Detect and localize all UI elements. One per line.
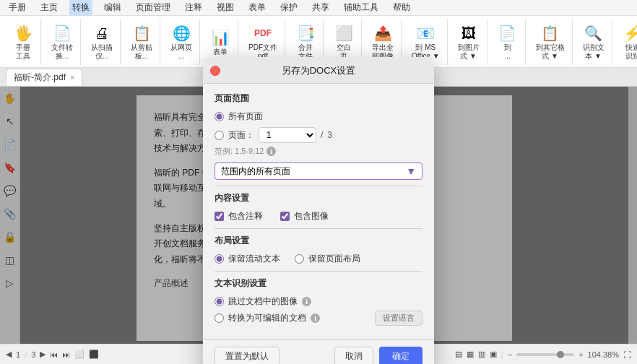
modal-close-button[interactable]	[210, 66, 220, 76]
ribbon-btn-to-office[interactable]: 📧 到 MSOffice ▼	[409, 22, 443, 62]
to-image-icon: 🖼	[459, 23, 479, 43]
view-icon-1[interactable]: ⬜	[74, 350, 84, 359]
hint-icon[interactable]: ℹ	[266, 147, 276, 156]
menu-item-form[interactable]: 表单	[246, 0, 269, 15]
convert-editable-label: 转换为可编辑的文档	[228, 312, 306, 324]
manual-icon: 🖐	[13, 23, 33, 43]
view-mode-2[interactable]: ▦	[467, 350, 474, 359]
menu-item-help[interactable]: 帮助	[390, 0, 413, 15]
view-mode-1[interactable]: ▤	[455, 350, 462, 359]
tab-close-button[interactable]: ×	[70, 73, 74, 82]
menu-item-assist[interactable]: 辅助工具	[341, 0, 381, 15]
include-images-label: 包含图像	[294, 210, 329, 222]
ribbon-btn-export-img[interactable]: 📤 导出全部图像	[369, 22, 396, 62]
skip-images-label: 跳过文档中的图像	[228, 295, 298, 308]
view-mode-3[interactable]: ▥	[478, 350, 485, 359]
clipboard-label: 从剪贴板...	[131, 43, 152, 61]
ribbon-btn-manual[interactable]: 🖐 手册工具	[10, 22, 36, 62]
flow-text-radio[interactable]	[214, 254, 224, 264]
page-number-input[interactable]: 1 2 3	[259, 127, 316, 143]
ribbon-btn-clipboard[interactable]: 📋 从剪贴板...	[128, 22, 155, 62]
custom-pages-radio[interactable]	[214, 131, 224, 140]
to-image-label: 到图片式 ▼	[458, 43, 480, 61]
ocr-icon: 🔍	[584, 23, 604, 43]
page-total: 3	[31, 350, 35, 359]
skip-images-info-icon[interactable]: ℹ	[302, 297, 311, 306]
page-range-title: 页面范围	[214, 92, 422, 105]
include-comments-checkbox[interactable]	[214, 212, 224, 221]
page-total: 3	[327, 130, 332, 140]
ribbon-btn-to-other[interactable]: 📄 到...	[495, 22, 521, 62]
layout-options: 保留流动文本 保留页面布局	[214, 253, 422, 265]
ribbon-btn-scan[interactable]: 🖨 从扫描仪...	[88, 22, 116, 62]
zoom-out-button[interactable]: −	[508, 350, 512, 359]
ribbon-group-manual: 🖐 手册工具	[6, 19, 41, 65]
content-title: 内容设置	[214, 192, 422, 204]
flow-text-row: 保留流动文本	[214, 253, 280, 265]
pdf-icon: PDF	[253, 23, 273, 43]
all-pages-radio[interactable]	[214, 112, 224, 121]
menu-item-handbook[interactable]: 手册	[6, 0, 29, 15]
ribbon-group-ocr: 🔍 识别文本 ▼	[576, 19, 612, 65]
manual-label: 手册工具	[16, 43, 30, 61]
zoom-in-button[interactable]: +	[578, 350, 583, 359]
ribbon-group-quick-ocr: ⚡ 快速识别	[615, 19, 637, 65]
ribbon-btn-web[interactable]: 🌐 从网页...	[168, 22, 195, 62]
all-pages-label: 所有页面	[228, 110, 263, 123]
ribbon-group-to-image: 🖼 到图片式 ▼	[451, 19, 488, 65]
convert-editable-info-icon[interactable]: ℹ	[311, 313, 320, 323]
menu-item-convert[interactable]: 转换	[69, 0, 92, 15]
ribbon-group-to-format: 📋 到其它格式 ▼	[529, 19, 573, 65]
view-mode-4[interactable]: ▣	[490, 350, 497, 359]
main-area: ✋ ↖ 📄 🔖 💬 📎 🔒 ◫ ▷ 福昕具有完全自主产 色、显示、编辑、搜 索、…	[0, 87, 637, 344]
menu-item-page-manage[interactable]: 页面管理	[133, 0, 173, 15]
save-as-docx-dialog: 另存为DOCX设置 页面范围 所有页面 页面： 1 2	[203, 57, 434, 364]
web-icon: 🌐	[171, 23, 191, 43]
fullscreen-button[interactable]: ⛶	[623, 350, 631, 359]
form-icon: 📊	[210, 27, 230, 48]
ribbon-btn-ocr[interactable]: 🔍 识别文本 ▼	[580, 22, 607, 62]
reset-button[interactable]: 置置为默认	[214, 347, 280, 364]
ribbon-btn-form[interactable]: 📊 表单	[207, 26, 233, 58]
page-layout-radio[interactable]	[295, 254, 304, 264]
ribbon-btn-to-image[interactable]: 🖼 到图片式 ▼	[455, 22, 482, 62]
to-other-icon: 📄	[498, 23, 518, 43]
pdf-tab[interactable]: 福昕-简介.pdf ×	[6, 69, 82, 86]
zoom-thumb	[557, 351, 564, 358]
export-img-icon: 📤	[373, 23, 393, 43]
zoom-level: 104.38%	[588, 350, 619, 359]
menu-item-annotate[interactable]: 注释	[182, 0, 205, 15]
confirm-button[interactable]: 确定	[379, 347, 422, 364]
menu-item-view[interactable]: 视图	[214, 0, 237, 15]
skip-images-radio[interactable]	[214, 297, 224, 306]
subset-select-text: 范围内的所有页面	[221, 165, 406, 178]
last-page-button[interactable]: ⏭	[62, 350, 70, 359]
page-prev-button[interactable]: ◀	[6, 350, 12, 359]
file-convert-label: 文件转换...	[51, 43, 73, 61]
ribbon-btn-merge[interactable]: 📑 合并文件	[292, 22, 318, 62]
menu-item-edit[interactable]: 编辑	[101, 0, 124, 15]
first-page-button[interactable]: ⏮	[50, 350, 58, 359]
status-right: ▤ ▦ ▥ ▣ | − + 104.38% ⛶	[455, 350, 631, 359]
zoom-slider[interactable]	[516, 353, 574, 356]
ribbon-btn-pdf[interactable]: PDF PDF文件pdf	[246, 22, 280, 62]
convert-editable-radio[interactable]	[214, 313, 224, 323]
menu-item-home[interactable]: 主页	[38, 0, 61, 15]
menu-item-share[interactable]: 共享	[309, 0, 332, 15]
skip-images-row: 跳过文档中的图像 ℹ	[214, 295, 422, 308]
ribbon-btn-to-format[interactable]: 📋 到其它格式 ▼	[533, 22, 568, 62]
subset-select[interactable]: 范围内的所有页面 ▼	[214, 162, 422, 180]
set-language-button[interactable]: 设置语言	[375, 311, 422, 326]
menu-item-protect[interactable]: 保护	[277, 0, 300, 15]
include-images-checkbox[interactable]	[280, 212, 290, 221]
flow-text-label: 保留流动文本	[228, 253, 280, 265]
ribbon-btn-blank[interactable]: ⬜ 空白页	[331, 22, 357, 62]
modal-body: 页面范围 所有页面 页面： 1 2 3 /	[203, 84, 434, 339]
page-next-button[interactable]: ▶	[40, 350, 46, 359]
view-icon-2[interactable]: ⬛	[89, 350, 99, 359]
include-comments-label: 包含注释	[228, 210, 263, 222]
cancel-button[interactable]: 取消	[334, 347, 373, 364]
page-sep: /	[25, 350, 27, 359]
ribbon-btn-file-convert[interactable]: 📄 文件转换...	[48, 22, 76, 62]
ribbon-btn-quick-ocr[interactable]: ⚡ 快速识别	[620, 22, 637, 62]
